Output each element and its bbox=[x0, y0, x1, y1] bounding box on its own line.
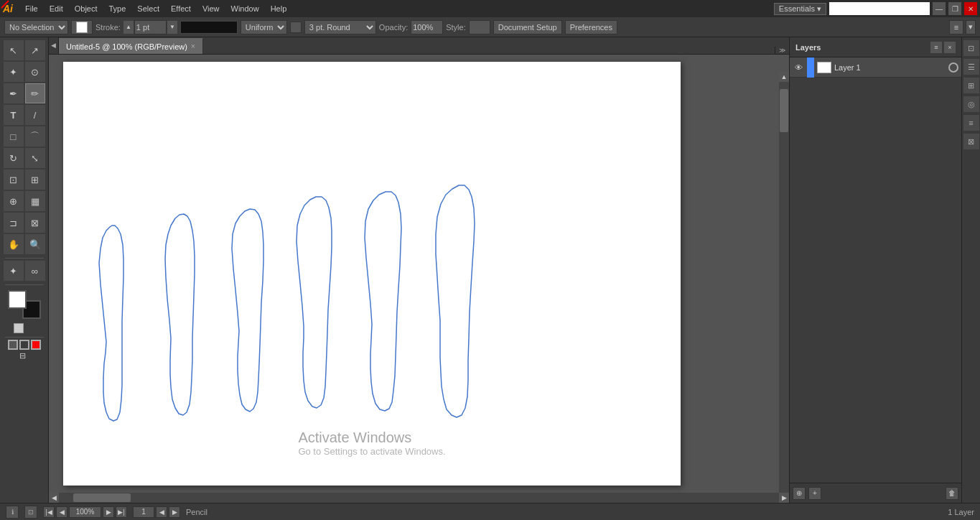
make-sublayer-btn[interactable]: ⊕ bbox=[793, 487, 806, 500]
cc-libraries-icon[interactable]: ⊞ bbox=[963, 78, 979, 93]
preferences-button[interactable]: Preferences bbox=[565, 20, 617, 34]
vertical-scrollbar[interactable]: ▲ bbox=[779, 72, 789, 503]
layer-visibility-icon[interactable]: 👁 bbox=[793, 62, 804, 73]
foreground-color-swatch[interactable] bbox=[8, 290, 27, 309]
line-tool[interactable]: / bbox=[25, 105, 45, 125]
layers-panel-title: Layers bbox=[795, 43, 821, 52]
libraries-icon[interactable]: ☰ bbox=[963, 59, 979, 75]
scroll-up-btn[interactable]: ▲ bbox=[779, 72, 789, 82]
transform-icon[interactable]: ⊠ bbox=[963, 134, 979, 149]
eyedropper-tool[interactable]: ✦ bbox=[4, 261, 24, 281]
menu-edit[interactable]: Edit bbox=[45, 3, 68, 14]
scroll-thumb-v[interactable] bbox=[780, 89, 788, 132]
menu-window[interactable]: Window bbox=[226, 3, 264, 14]
hand-tool[interactable]: ✋ bbox=[4, 234, 24, 254]
blend-tool[interactable]: ∞ bbox=[25, 261, 45, 281]
restore-button[interactable]: ❐ bbox=[948, 2, 961, 15]
document-setup-button[interactable]: Document Setup bbox=[493, 20, 562, 34]
tab-bar: ◀ Untitled-5 @ 100% (RGB/Preview) × ≫ bbox=[49, 37, 789, 55]
stroke-down[interactable]: ▲ bbox=[123, 21, 134, 34]
artboard-next[interactable]: ▶ bbox=[169, 506, 180, 518]
properties-icon[interactable]: ⊡ bbox=[963, 40, 979, 56]
layer-row[interactable]: 👁 Layer 1 bbox=[790, 57, 961, 78]
nav-next-btn[interactable]: ▶ bbox=[103, 506, 114, 518]
none-icon[interactable] bbox=[31, 340, 41, 350]
nav-prev-btn[interactable]: ◀ bbox=[56, 506, 67, 518]
panel-toggle[interactable]: ▾ bbox=[966, 20, 976, 34]
search-input[interactable] bbox=[829, 2, 930, 15]
nav-first-btn[interactable]: |◀ bbox=[43, 506, 55, 518]
type-tool[interactable]: T bbox=[4, 105, 24, 125]
status-info-btn[interactable]: ℹ bbox=[6, 506, 19, 519]
essentials-button[interactable]: Essentials ▾ bbox=[774, 3, 826, 15]
warp-tool[interactable]: ⊡ bbox=[4, 170, 24, 190]
pencil-tool[interactable]: ✏ bbox=[25, 83, 45, 103]
appearance-icon[interactable]: ◎ bbox=[963, 96, 979, 112]
arrange-button[interactable]: ≡ bbox=[949, 20, 963, 34]
zoom-tool[interactable]: 🔍 bbox=[25, 234, 45, 254]
save-btn[interactable]: ⊡ bbox=[24, 506, 37, 519]
minimize-button[interactable]: — bbox=[933, 2, 946, 15]
symbol-sprayer-tool[interactable]: ⊕ bbox=[4, 191, 24, 211]
opacity-label: Opacity: bbox=[379, 23, 408, 32]
lasso-tool[interactable]: ⊙ bbox=[25, 62, 45, 82]
scroll-right-btn[interactable]: ▶ bbox=[779, 493, 789, 503]
menu-select[interactable]: Select bbox=[132, 3, 164, 14]
layers-panel-footer: ⊕ + 🗑 bbox=[790, 483, 961, 503]
artboard-prev[interactable]: ◀ bbox=[156, 506, 167, 518]
side-icon-strip: ⊡ ☰ ⊞ ◎ ≡ ⊠ bbox=[961, 37, 980, 503]
zoom-input[interactable] bbox=[69, 506, 101, 518]
close-button[interactable]: ✕ bbox=[964, 2, 977, 15]
panel-close-icon[interactable]: × bbox=[944, 42, 956, 53]
opacity-input[interactable] bbox=[411, 20, 443, 34]
graph-tool[interactable]: ▦ bbox=[25, 191, 45, 211]
menu-help[interactable]: Help bbox=[266, 3, 292, 14]
document-tab[interactable]: Untitled-5 @ 100% (RGB/Preview) × bbox=[59, 38, 203, 54]
align-icon[interactable]: ≡ bbox=[963, 115, 979, 131]
canvas-scroll[interactable]: ▲ ◀ ▶ bbox=[49, 55, 789, 503]
selection-dropdown[interactable]: No Selection bbox=[4, 20, 68, 34]
scale-tool[interactable]: ⤡ bbox=[25, 148, 45, 168]
menu-effect[interactable]: Effect bbox=[166, 3, 196, 14]
selection-tool[interactable]: ↖ bbox=[4, 40, 24, 60]
delete-layer-btn[interactable]: 🗑 bbox=[946, 487, 958, 500]
scroll-left-btn[interactable]: ◀ bbox=[49, 493, 59, 503]
color-swatches bbox=[8, 290, 41, 319]
panel-menu-icon[interactable]: ≡ bbox=[930, 42, 942, 53]
tab-close-icon[interactable]: × bbox=[191, 42, 195, 50]
stroke-color-icon[interactable] bbox=[19, 340, 29, 350]
stroke-type-dropdown[interactable]: Uniform bbox=[241, 20, 287, 34]
fill-icon[interactable] bbox=[8, 340, 18, 350]
drawing-canvas bbox=[63, 62, 681, 486]
direct-selection-tool[interactable]: ↗ bbox=[25, 40, 45, 60]
pen-tool[interactable]: ✒ bbox=[4, 83, 24, 103]
layer-target-icon[interactable] bbox=[948, 62, 958, 73]
toolbar-separator bbox=[5, 258, 44, 259]
rotate-tool[interactable]: ↻ bbox=[4, 148, 24, 168]
create-layer-btn[interactable]: + bbox=[808, 487, 821, 500]
menu-object[interactable]: Object bbox=[70, 3, 103, 14]
paintbrush-tool[interactable]: ⌒ bbox=[25, 126, 45, 147]
fill-swatch[interactable] bbox=[71, 20, 93, 34]
menu-view[interactable]: View bbox=[197, 3, 225, 14]
magic-wand-tool[interactable]: ✦ bbox=[4, 62, 24, 82]
artboard-tool[interactable]: ⊐ bbox=[4, 213, 24, 233]
toolbar-separator3 bbox=[5, 337, 44, 338]
artboard-input[interactable] bbox=[133, 506, 154, 518]
stroke-preview bbox=[180, 21, 238, 34]
swap-colors-icon[interactable]: ⇄ bbox=[14, 323, 24, 333]
panel-arrange-btn[interactable]: ≫ bbox=[775, 47, 789, 54]
free-transform-tool[interactable]: ⊞ bbox=[25, 170, 45, 190]
stroke-up[interactable]: ▼ bbox=[167, 21, 177, 34]
menu-type[interactable]: Type bbox=[104, 3, 131, 14]
stroke-input[interactable] bbox=[134, 20, 167, 34]
nav-last-btn[interactable]: ▶| bbox=[116, 506, 127, 518]
menu-file[interactable]: File bbox=[20, 3, 43, 14]
rect-tool[interactable]: □ bbox=[4, 126, 24, 147]
screen-mode-icon[interactable]: ⊟ bbox=[19, 351, 29, 361]
tab-scroll-left[interactable]: ◀ bbox=[49, 37, 59, 54]
brush-type-dropdown[interactable]: 3 pt. Round bbox=[304, 20, 376, 34]
layer-name: Layer 1 bbox=[834, 63, 946, 72]
default-colors-icon[interactable] bbox=[25, 323, 35, 333]
slice-tool[interactable]: ⊠ bbox=[25, 213, 45, 233]
